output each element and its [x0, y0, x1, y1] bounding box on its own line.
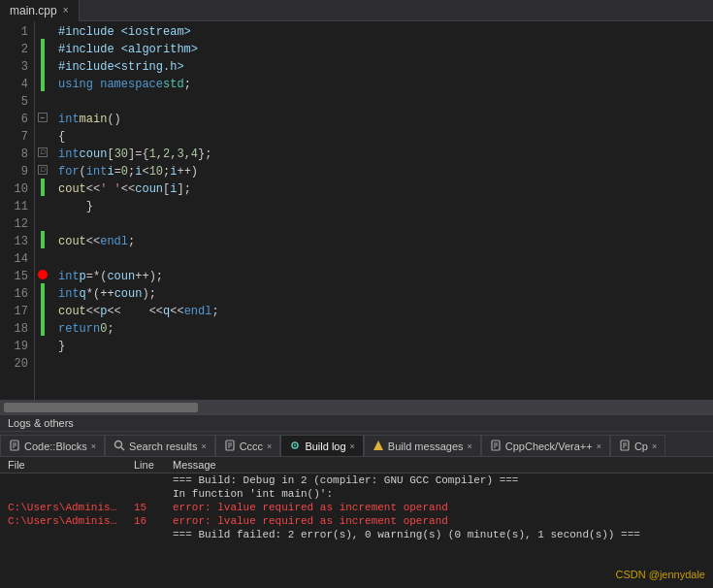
fold-inner-marker[interactable]: □ [38, 147, 48, 157]
tab-cccc[interactable]: Cccc× [215, 435, 281, 456]
line-number: 12 [8, 215, 28, 233]
line-number: 20 [8, 355, 28, 373]
tab-icon-cccc [224, 440, 236, 453]
tab-label-cccc: Cccc [240, 441, 263, 452]
tab-close-buildmsg[interactable]: × [468, 441, 472, 451]
tab-label-buildlog: Build log [305, 441, 345, 452]
code-line: cout<<' '<<coun[i]; [50, 180, 713, 198]
line-number: 16 [8, 285, 28, 303]
tab-close-cccc[interactable]: × [267, 441, 272, 451]
code-line: #include<string.h> [50, 58, 713, 76]
tab-icon-cppcheck [490, 440, 502, 453]
col-line-value: 15 [126, 501, 165, 514]
line-number: 17 [8, 303, 28, 320]
code-line: { [50, 128, 713, 146]
svg-line-5 [121, 447, 124, 450]
fold-inner-marker[interactable]: □ [38, 165, 48, 175]
code-line: int coun[30]={1,2,3,4}; [50, 146, 713, 163]
code-content[interactable]: #include <iostream>#include <algorithm>#… [50, 21, 713, 400]
bottom-content[interactable]: File Line Message === Build: Debug in 2 … [0, 457, 713, 588]
tab-label-cp: Cp [634, 441, 648, 452]
modified-indicator [41, 301, 45, 318]
table-row[interactable]: C:\Users\Adminis...15error: lvalue requi… [0, 501, 713, 514]
line-number: 5 [8, 93, 28, 111]
modified-indicator [41, 56, 45, 74]
tab-close-cp[interactable]: × [652, 441, 657, 451]
tab-icon-cp [619, 440, 631, 453]
line-number: 6 [8, 111, 28, 128]
tab-icon-codeblocks [9, 440, 20, 453]
tab-cppcheck[interactable]: CppCheck/Vera++× [481, 435, 610, 456]
col-file: File [0, 457, 126, 474]
svg-marker-12 [373, 441, 383, 450]
code-line: return 0; [50, 320, 713, 338]
col-message-value: === Build: Debug in 2 (compiler: GNU GCC… [165, 474, 713, 488]
line-number: 4 [8, 76, 28, 93]
tab-close-codeblocks[interactable]: × [91, 441, 96, 451]
tab-label-cppcheck: CppCheck/Vera++ [505, 441, 593, 452]
code-line: int q*(++coun); [50, 285, 713, 303]
tab-icon-search [113, 440, 125, 453]
code-line: cout<<endl; [50, 233, 713, 250]
code-line: cout<<p<< <<q<<endl; [50, 303, 713, 320]
svg-point-11 [294, 444, 296, 446]
watermark: CSDN @jennydale [616, 569, 706, 580]
col-message: Message [165, 457, 713, 474]
tab-search[interactable]: Search results× [105, 435, 215, 456]
editor-area: 1234567891011121314151617181920 −□□ #inc… [0, 21, 713, 400]
line-number: 19 [8, 338, 28, 355]
modified-indicator [41, 318, 45, 336]
code-line [50, 215, 713, 233]
code-line: int p=*(coun++); [50, 268, 713, 285]
code-line [50, 250, 713, 268]
line-number: 9 [8, 163, 28, 180]
modified-indicator [41, 283, 45, 301]
col-file-value [0, 487, 126, 501]
col-line-value [126, 487, 165, 501]
tab-close-buildlog[interactable]: × [350, 441, 355, 451]
fold-marker[interactable]: − [38, 113, 48, 122]
table-row[interactable]: In function 'int main()': [0, 487, 713, 501]
code-line: #include <algorithm> [50, 41, 713, 58]
horizontal-scrollbar[interactable] [0, 400, 713, 413]
col-message-value: error: lvalue required as increment oper… [165, 501, 713, 514]
col-message-value: error: lvalue required as increment oper… [165, 514, 713, 528]
bottom-panel: Logs & others Code::Blocks×Search result… [0, 413, 713, 588]
col-message-value: === Build failed: 2 error(s), 0 warning(… [165, 528, 713, 541]
editor-tab[interactable]: main.cpp × [0, 0, 80, 21]
table-row[interactable]: C:\Users\Adminis...16error: lvalue requi… [0, 514, 713, 528]
line-number: 7 [8, 128, 28, 146]
breakpoint-marker[interactable] [38, 270, 48, 279]
log-table: File Line Message === Build: Debug in 2 … [0, 457, 713, 541]
tab-buildmsg[interactable]: Build messages× [364, 435, 481, 456]
modified-indicator [41, 231, 45, 248]
modified-indicator [41, 39, 45, 56]
svg-point-4 [115, 441, 122, 447]
table-row[interactable]: === Build failed: 2 error(s), 0 warning(… [0, 528, 713, 541]
line-number: 18 [8, 320, 28, 338]
table-row[interactable]: === Build: Debug in 2 (compiler: GNU GCC… [0, 474, 713, 488]
col-file-value: C:\Users\Adminis... [0, 514, 126, 528]
col-message-value: In function 'int main()': [165, 487, 713, 501]
tab-close-cppcheck[interactable]: × [597, 441, 601, 451]
tab-codeblocks[interactable]: Code::Blocks× [0, 435, 105, 456]
bottom-tabs: Code::Blocks×Search results×Cccc×Build l… [0, 432, 713, 457]
line-numbers: 1234567891011121314151617181920 [0, 21, 35, 400]
tab-label-search: Search results [129, 441, 197, 452]
line-number: 11 [8, 198, 28, 215]
gutter: −□□ [35, 21, 50, 400]
scrollbar-thumb[interactable] [4, 403, 198, 412]
tab-cp[interactable]: Cp× [610, 435, 665, 456]
tab-buildlog[interactable]: Build log× [280, 435, 363, 456]
col-line-value: 16 [126, 514, 165, 528]
tab-close-search[interactable]: × [201, 441, 206, 451]
code-line: int main() [50, 111, 713, 128]
main-container: 1234567891011121314151617181920 −□□ #inc… [0, 21, 713, 588]
code-line: } [50, 198, 713, 215]
line-number: 15 [8, 268, 28, 285]
tab-close-button[interactable]: × [63, 5, 69, 16]
col-file-value [0, 474, 126, 488]
tab-label-codeblocks: Code::Blocks [24, 441, 87, 452]
line-number: 3 [8, 58, 28, 76]
line-number: 2 [8, 41, 28, 58]
